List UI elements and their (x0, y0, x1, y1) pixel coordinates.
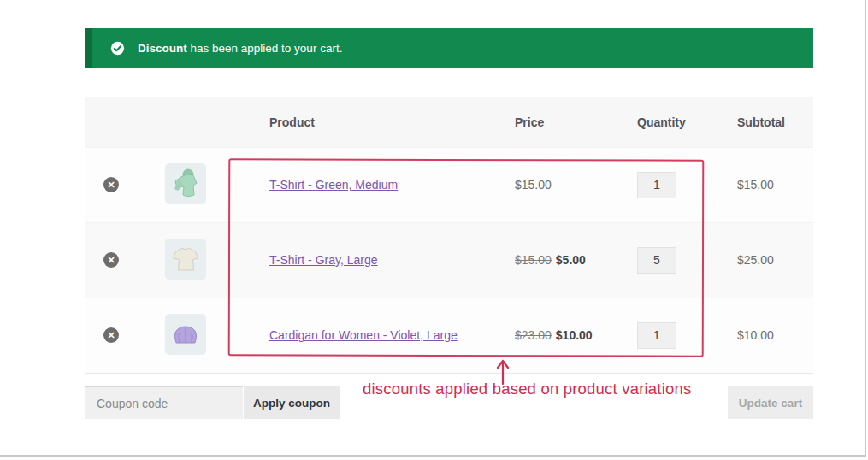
quantity-input[interactable] (637, 247, 676, 274)
header-subtotal: Subtotal (708, 97, 813, 147)
quantity-input[interactable] (637, 322, 676, 349)
price-new: $5.00 (556, 253, 586, 267)
header-thumbnail (138, 97, 233, 147)
circle-x-icon: ✕ (107, 255, 115, 265)
remove-item-button[interactable]: ✕ (103, 177, 119, 192)
cart-row-cardigan-violet: ✕ Cardigan for Women - Violet, Large $23… (85, 298, 813, 373)
header-quantity: Quantity (605, 97, 708, 147)
green-hoodie-image (165, 163, 206, 204)
price-old: $23.00 (515, 328, 552, 342)
product-thumbnail-gray-tshirt[interactable] (165, 239, 206, 280)
update-cart-button[interactable]: Update cart (728, 386, 813, 419)
circle-x-icon: ✕ (107, 180, 115, 190)
violet-cardigan-image (165, 314, 206, 355)
banner-message-rest: has been applied to your cart. (187, 42, 343, 55)
cart-row-tshirt-green: ✕ T-Shirt - Green, Medium $15.00 $15.00 (85, 147, 813, 222)
subtotal-value: $15.00 (737, 178, 774, 192)
price-regular: $15.00 (515, 178, 552, 192)
header-remove (85, 97, 138, 147)
price-new: $10.00 (556, 328, 593, 342)
gray-tshirt-image (165, 239, 206, 280)
product-link[interactable]: T-Shirt - Gray, Large (269, 253, 378, 267)
check-circle-icon (110, 41, 125, 56)
remove-item-button[interactable]: ✕ (103, 327, 119, 343)
subtotal-value: $25.00 (737, 253, 774, 267)
cart-table: Product Price Quantity Subtotal ✕ (85, 97, 813, 374)
cart-header-row: Product Price Quantity Subtotal (85, 97, 813, 147)
cart-actions: Apply coupon Update cart (85, 386, 813, 419)
subtotal-value: $10.00 (737, 328, 774, 342)
banner-message: Discount has been applied to your cart. (138, 42, 342, 55)
product-thumbnail-green-hoodie[interactable] (165, 163, 206, 204)
product-thumbnail-violet-cardigan[interactable] (165, 314, 206, 355)
product-link[interactable]: Cardigan for Women - Violet, Large (269, 328, 458, 342)
product-link[interactable]: T-Shirt - Green, Medium (269, 178, 398, 192)
page-frame: Discount has been applied to your cart. … (0, 0, 866, 457)
price-old: $15.00 (515, 253, 552, 267)
apply-coupon-button[interactable]: Apply coupon (244, 386, 340, 419)
coupon-code-input[interactable] (85, 386, 243, 419)
header-price: Price (481, 97, 605, 147)
cart-row-tshirt-gray: ✕ T-Shirt - Gray, Large $15.00$5.00 $25.… (85, 222, 813, 298)
remove-item-button[interactable]: ✕ (103, 252, 119, 268)
circle-x-icon: ✕ (107, 330, 115, 340)
quantity-input[interactable] (637, 172, 676, 198)
banner-message-bold: Discount (138, 42, 187, 55)
header-product: Product (233, 97, 481, 147)
success-banner: Discount has been applied to your cart. (85, 28, 813, 68)
